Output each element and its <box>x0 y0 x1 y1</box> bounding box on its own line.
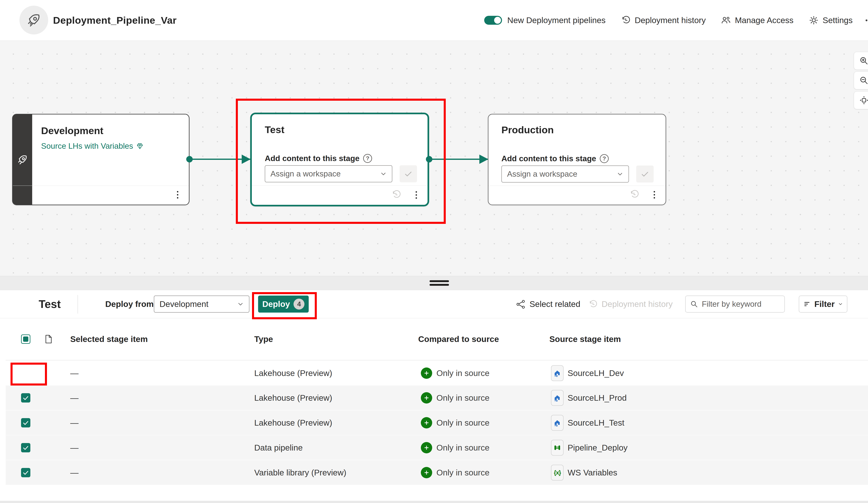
stage-title: Production <box>502 124 554 135</box>
column-header-type[interactable]: Type <box>254 334 273 344</box>
gear-icon <box>809 16 819 25</box>
type-cell: Lakehouse (Preview) <box>254 418 332 427</box>
deployment-history-button-disabled: Deployment history <box>588 290 673 318</box>
toolbar-separator <box>78 295 78 314</box>
table-row[interactable]: — Variable library (Preview) Only in sou… <box>6 460 868 485</box>
gem-icon <box>136 142 144 150</box>
rocket-icon <box>17 154 28 165</box>
stage-accent-strip <box>13 114 32 204</box>
resize-handle[interactable] <box>430 279 449 288</box>
filter-button[interactable]: Filter <box>799 295 847 313</box>
deploy-toolbar: Test Deploy from Development Deploy 4 Se… <box>0 290 868 318</box>
search-input[interactable] <box>702 300 780 309</box>
type-cell: Lakehouse (Preview) <box>254 393 332 403</box>
table-row[interactable]: — Lakehouse (Preview) Only in source Sou… <box>6 361 868 385</box>
type-cell: Lakehouse (Preview) <box>254 368 332 378</box>
table-row[interactable]: — Data pipeline Only in source Pipeline_… <box>6 435 868 460</box>
confirm-assign-button[interactable] <box>400 165 417 182</box>
toggle-label: New Deployment pipelines <box>507 16 606 25</box>
document-icon <box>44 334 52 344</box>
source-stage-item-cell: Pipeline_Deploy <box>568 443 628 452</box>
table-row[interactable]: — Lakehouse (Preview) Only in source Sou… <box>6 410 868 435</box>
type-cell: Data pipeline <box>254 443 303 452</box>
panel-divider <box>0 276 868 290</box>
source-stage-item-cell: SourceLH_Dev <box>568 368 624 378</box>
only-in-source-icon <box>421 368 432 379</box>
stage-card-test[interactable]: Test Add content to this stage ? Assign … <box>250 113 429 207</box>
keyword-filter-searchbox[interactable] <box>685 295 785 313</box>
select-all-checkbox[interactable] <box>21 334 30 344</box>
only-in-source-icon <box>421 417 432 429</box>
deployment-pipeline-page: Deployment_Pipeline_Var New Deployment p… <box>0 0 868 503</box>
stage-history-icon[interactable] <box>391 189 401 200</box>
stage-more-menu[interactable] <box>652 190 656 200</box>
add-content-label: Add content to this stage <box>265 154 360 163</box>
filter-icon <box>803 300 811 308</box>
card-footer-divider <box>488 185 665 186</box>
lakehouse-icon <box>551 415 564 431</box>
row-checkbox[interactable] <box>21 393 30 403</box>
table-header: Selected stage item Type Compared to sou… <box>6 318 868 360</box>
chevron-down-icon <box>380 171 386 177</box>
select-related-button[interactable]: Select related <box>516 290 580 318</box>
assign-workspace-dropdown[interactable]: Assign a workspace <box>265 165 392 182</box>
deploy-count-badge: 4 <box>293 299 304 310</box>
add-content-label: Add content to this stage <box>502 154 596 163</box>
only-in-source-icon <box>421 392 432 403</box>
select-related-icon <box>516 300 526 309</box>
connector-arrowhead <box>242 154 251 164</box>
deploy-from-dropdown[interactable]: Development <box>154 295 249 313</box>
zoom-in-button[interactable] <box>854 52 868 70</box>
chevron-down-icon <box>617 171 623 177</box>
selected-stage-item-cell: — <box>70 393 79 403</box>
column-header-source-stage-item[interactable]: Source stage item <box>549 334 621 344</box>
column-header-selected-stage-item[interactable]: Selected stage item <box>70 334 148 344</box>
row-checkbox[interactable] <box>21 418 30 427</box>
stage-more-menu[interactable] <box>176 190 179 200</box>
pipeline-icon <box>551 440 564 456</box>
row-checkbox[interactable] <box>21 468 30 477</box>
column-header-compared-to-source[interactable]: Compared to source <box>418 334 499 344</box>
source-stage-item-cell: SourceLH_Test <box>568 418 624 427</box>
assign-workspace-dropdown[interactable]: Assign a workspace <box>502 165 629 182</box>
search-icon <box>690 300 698 308</box>
manage-access-label: Manage Access <box>735 16 793 25</box>
new-pipelines-toggle[interactable] <box>484 16 502 25</box>
compared-to-source-cell: Only in source <box>436 418 489 427</box>
history-icon <box>588 300 598 309</box>
confirm-assign-button[interactable] <box>636 165 654 182</box>
stage-card-production[interactable]: Production Add content to this stage ? A… <box>488 114 666 205</box>
stage-title: Test <box>265 124 285 135</box>
manage-access-button[interactable]: Manage Access <box>721 16 793 25</box>
source-stage-item-cell: SourceLH_Prod <box>568 393 627 403</box>
settings-button[interactable]: Settings <box>809 16 852 25</box>
stage-history-icon[interactable] <box>629 189 639 200</box>
selected-stage-item-cell: — <box>70 468 79 477</box>
workspace-link[interactable]: Source LHs with Variables <box>41 142 144 151</box>
bottom-edge-strip <box>0 501 868 503</box>
connector-arrowhead <box>479 154 488 164</box>
zoom-out-button[interactable] <box>854 71 868 89</box>
variables-icon: {x} <box>551 465 564 481</box>
only-in-source-icon <box>421 442 432 453</box>
table-row[interactable]: — Lakehouse (Preview) Only in source Sou… <box>6 385 868 410</box>
connector-line <box>429 159 488 160</box>
only-in-source-icon <box>421 467 432 478</box>
selected-stage-title: Test <box>39 290 61 318</box>
more-options-icon[interactable] <box>866 19 867 21</box>
help-icon[interactable]: ? <box>600 154 609 163</box>
row-checkbox[interactable] <box>21 443 30 452</box>
history-icon <box>621 16 631 25</box>
deployment-history-button[interactable]: Deployment history <box>621 16 706 25</box>
stage-more-menu[interactable] <box>414 190 418 200</box>
deployment-history-label: Deployment history <box>634 16 706 25</box>
connector-line <box>189 159 250 160</box>
stage-card-development[interactable]: Development Source LHs with Variables <box>12 114 189 205</box>
settings-label: Settings <box>823 16 852 25</box>
page-title: Deployment_Pipeline_Var <box>53 0 177 41</box>
fit-to-view-button[interactable] <box>854 91 868 109</box>
chevron-down-icon <box>237 301 244 307</box>
deploy-button[interactable]: Deploy 4 <box>258 295 309 313</box>
help-icon[interactable]: ? <box>363 154 372 163</box>
app-header: Deployment_Pipeline_Var New Deployment p… <box>0 0 868 41</box>
